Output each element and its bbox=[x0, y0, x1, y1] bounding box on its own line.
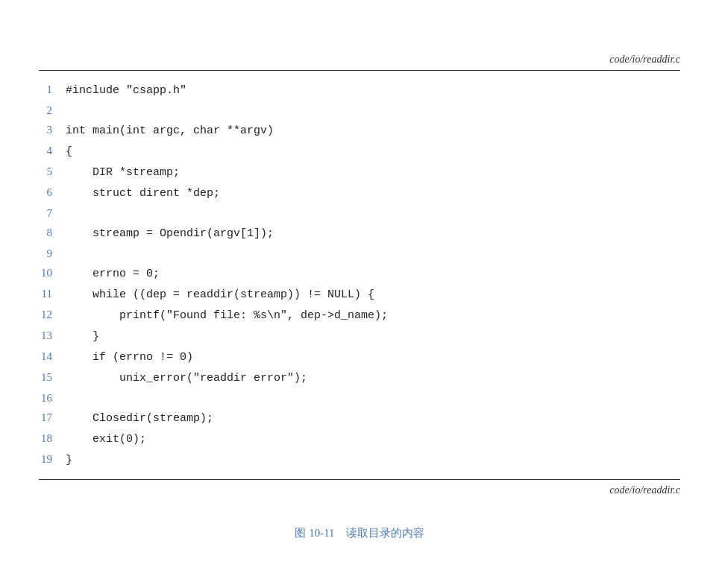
code-line: 7 bbox=[39, 203, 680, 223]
line-number: 6 bbox=[39, 183, 66, 202]
line-number: 17 bbox=[39, 408, 66, 427]
line-content: } bbox=[66, 451, 72, 470]
code-line: 6 struct dirent *dep; bbox=[39, 183, 680, 203]
line-number: 16 bbox=[39, 388, 66, 408]
line-content: DIR *streamp; bbox=[66, 163, 180, 183]
line-content: printf("Found file: %s\n", dep->d_name); bbox=[66, 306, 388, 326]
line-content: if (errno != 0) bbox=[66, 348, 193, 367]
line-number: 10 bbox=[39, 263, 66, 282]
line-number: 19 bbox=[39, 449, 66, 469]
line-number: 18 bbox=[39, 429, 66, 448]
line-number: 15 bbox=[39, 367, 66, 387]
line-number: 3 bbox=[39, 120, 66, 139]
code-line: 17 Closedir(streamp); bbox=[39, 408, 680, 429]
file-label-bottom: code/io/readdir.c bbox=[609, 484, 680, 496]
code-line: 13 } bbox=[39, 326, 680, 347]
code-line: 15 unix_error("readdir error"); bbox=[39, 367, 680, 388]
line-number: 12 bbox=[39, 305, 66, 324]
line-content: struct dirent *dep; bbox=[66, 184, 220, 203]
line-content: { bbox=[66, 142, 72, 162]
line-number: 9 bbox=[39, 244, 66, 263]
line-content: while ((dep = readdir(streamp)) != NULL)… bbox=[66, 285, 374, 305]
line-number: 5 bbox=[39, 162, 66, 181]
line-number: 2 bbox=[39, 101, 66, 120]
code-line: 10 errno = 0; bbox=[39, 263, 680, 284]
line-content: } bbox=[66, 327, 99, 347]
code-line: 12 printf("Found file: %s\n", dep->d_nam… bbox=[39, 305, 680, 326]
code-line: 8 streamp = Opendir(argv[1]); bbox=[39, 223, 680, 244]
line-content: streamp = Opendir(argv[1]); bbox=[66, 224, 274, 244]
code-line: 1#include "csapp.h" bbox=[39, 80, 680, 101]
line-content: unix_error("readdir error"); bbox=[66, 369, 307, 388]
caption-text: 读取目录的内容 bbox=[346, 527, 424, 539]
bottom-rule bbox=[39, 479, 680, 480]
line-number: 1 bbox=[39, 80, 66, 99]
code-line: 5 DIR *streamp; bbox=[39, 162, 680, 183]
line-number: 13 bbox=[39, 326, 66, 345]
top-rule bbox=[39, 70, 680, 71]
code-line: 9 bbox=[39, 244, 680, 263]
line-content: errno = 0; bbox=[66, 265, 160, 284]
line-number: 11 bbox=[39, 284, 66, 303]
code-line: 19} bbox=[39, 449, 680, 470]
code-line: 11 while ((dep = readdir(streamp)) != NU… bbox=[39, 284, 680, 305]
line-content: int main(int argc, char **argv) bbox=[66, 121, 274, 141]
line-number: 4 bbox=[39, 141, 66, 160]
line-content: exit(0); bbox=[66, 430, 146, 449]
line-content: Closedir(streamp); bbox=[66, 409, 213, 429]
code-line: 18 exit(0); bbox=[39, 429, 680, 449]
caption-label: 图 10-11 bbox=[295, 527, 334, 539]
code-line: 3int main(int argc, char **argv) bbox=[39, 120, 680, 141]
line-number: 14 bbox=[39, 347, 66, 366]
figure-caption: 图 10-11 读取目录的内容 bbox=[295, 526, 424, 540]
code-figure: code/io/readdir.c 1#include "csapp.h"23i… bbox=[39, 70, 680, 480]
code-line: 4{ bbox=[39, 141, 680, 162]
line-number: 7 bbox=[39, 203, 66, 223]
line-number: 8 bbox=[39, 223, 66, 242]
code-line: 2 bbox=[39, 101, 680, 120]
code-line: 16 bbox=[39, 388, 680, 408]
line-content: #include "csapp.h" bbox=[66, 81, 186, 101]
code-body: 1#include "csapp.h"23int main(int argc, … bbox=[39, 71, 680, 479]
code-line: 14 if (errno != 0) bbox=[39, 347, 680, 367]
file-label-top: code/io/readdir.c bbox=[609, 54, 680, 66]
